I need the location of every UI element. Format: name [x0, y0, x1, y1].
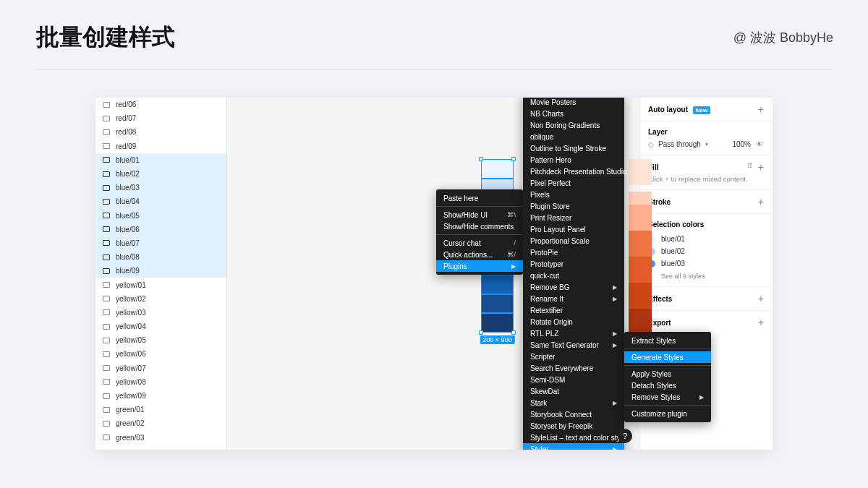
menu-item[interactable]: Apply Styles: [624, 368, 711, 380]
layer-item[interactable]: red/09: [95, 140, 226, 153]
add-autolayout-button[interactable]: +: [758, 104, 764, 114]
menu-item[interactable]: Plugin Store: [523, 200, 624, 212]
menu-item[interactable]: Storybook Connect: [523, 408, 624, 420]
menu-item[interactable]: Print Resizer: [523, 212, 624, 223]
menu-item[interactable]: Plugins▶: [436, 260, 523, 272]
layer-item[interactable]: blue/01: [95, 153, 226, 167]
layer-item[interactable]: blue/03: [95, 181, 226, 194]
layer-item[interactable]: blue/09: [95, 264, 226, 278]
layer-item[interactable]: blue/08: [95, 250, 226, 264]
menu-item[interactable]: Quick actions...⌘/: [436, 249, 523, 260]
menu-item[interactable]: Pixels: [523, 189, 624, 200]
menu-item[interactable]: Extract Styles: [624, 335, 711, 346]
layer-item[interactable]: yellow/02: [95, 292, 226, 306]
layer-item[interactable]: blue/02: [95, 167, 226, 181]
menu-item[interactable]: RTL PLZ▶: [523, 328, 624, 339]
context-menu[interactable]: Paste hereShow/Hide UI⌘\Show/Hide commen…: [436, 189, 523, 275]
menu-item[interactable]: Cursor chat/: [436, 237, 523, 249]
menu-item[interactable]: quick-cut: [523, 270, 624, 281]
canvas-swatch[interactable]: [629, 257, 652, 283]
selected-swatch[interactable]: [481, 159, 514, 179]
blend-mode[interactable]: Pass through: [658, 140, 701, 148]
menu-item[interactable]: Non Boring Gradients: [523, 119, 624, 131]
menu-item[interactable]: Pitchdeck Presentation Studio: [523, 166, 624, 177]
menu-item[interactable]: Pixel Perfect: [523, 177, 624, 189]
help-button[interactable]: ?: [618, 429, 632, 443]
menu-item[interactable]: Outline to Single Stroke: [523, 142, 624, 154]
menu-item[interactable]: Search Everywhere: [523, 362, 624, 374]
menu-item[interactable]: Remove BG▶: [523, 281, 624, 293]
selection-color[interactable]: blue/01: [648, 233, 764, 245]
see-all-styles[interactable]: See all 9 styles: [648, 270, 764, 280]
layer-item[interactable]: green/01: [95, 403, 226, 416]
menu-item[interactable]: ProtoPie: [523, 247, 624, 258]
chevron-down-icon[interactable]: ▾: [705, 141, 708, 147]
layer-item[interactable]: green/03: [95, 431, 226, 445]
menu-item[interactable]: Semi-DSM: [523, 374, 624, 385]
menu-item[interactable]: Proportional Scale: [523, 235, 624, 247]
selection-color[interactable]: blue/03: [648, 257, 764, 270]
layer-item[interactable]: yellow/03: [95, 306, 226, 320]
menu-item[interactable]: Show/Hide UI⌘\: [436, 209, 523, 221]
menu-item[interactable]: NB Charts: [523, 108, 624, 119]
menu-item[interactable]: Movie Posters: [523, 98, 624, 108]
menu-item[interactable]: Paste here: [436, 192, 523, 204]
menu-item[interactable]: StyleList – text and color styles: [523, 432, 624, 443]
layer-item[interactable]: green/02: [95, 416, 226, 430]
menu-item[interactable]: Rename It▶: [523, 293, 624, 304]
menu-item[interactable]: Generate Styles: [624, 351, 711, 363]
layer-item[interactable]: yellow/08: [95, 375, 226, 389]
menu-item[interactable]: Styler▶: [523, 443, 624, 450]
canvas-swatch[interactable]: [629, 283, 652, 309]
selected-swatch[interactable]: [481, 294, 514, 314]
layer-item[interactable]: yellow/07: [95, 361, 226, 375]
layer-item[interactable]: yellow/09: [95, 389, 226, 403]
menu-item[interactable]: Detach Styles: [624, 380, 711, 391]
layer-item[interactable]: blue/06: [95, 223, 226, 236]
layer-label: blue/02: [116, 170, 140, 178]
menu-item[interactable]: Same Text Generator▶: [523, 339, 624, 351]
layer-item[interactable]: red/06: [95, 98, 226, 111]
canvas-swatch[interactable]: [629, 309, 652, 335]
opacity-value[interactable]: 100%: [732, 140, 751, 148]
menu-item[interactable]: Stark▶: [523, 397, 624, 408]
styler-submenu[interactable]: Extract StylesGenerate StylesApply Style…: [624, 332, 711, 422]
menu-item[interactable]: Customize plugin: [624, 408, 711, 419]
layer-item[interactable]: red/07: [95, 111, 226, 125]
canvas[interactable]: 200 × 900 Paste hereShow/Hide UI⌘\Show/H…: [227, 98, 639, 450]
menu-item[interactable]: Pattern Hero: [523, 154, 624, 166]
canvas-swatch[interactable]: [629, 159, 652, 185]
canvas-swatch[interactable]: [629, 205, 652, 231]
menu-item[interactable]: oblique: [523, 131, 624, 142]
menu-item[interactable]: Scripter: [523, 351, 624, 362]
menu-item[interactable]: Pro Layout Panel: [523, 223, 624, 235]
layer-item[interactable]: yellow/05: [95, 333, 226, 347]
layer-item[interactable]: blue/07: [95, 236, 226, 250]
menu-item[interactable]: Prototyper: [523, 258, 624, 270]
layer-item[interactable]: yellow/06: [95, 347, 226, 361]
menu-item[interactable]: SkewDat: [523, 385, 624, 397]
add-fill-button[interactable]: +: [758, 162, 764, 172]
menu-item[interactable]: Show/Hide comments⇧C: [436, 221, 523, 232]
menu-item[interactable]: Rotate Origin: [523, 316, 624, 328]
canvas-swatch[interactable]: [629, 231, 652, 257]
layer-item[interactable]: red/08: [95, 125, 226, 139]
layer-item[interactable]: blue/05: [95, 209, 226, 223]
menu-item[interactable]: Storyset by Freepik: [523, 420, 624, 432]
plugins-submenu[interactable]: Movie PostersNB ChartsNon Boring Gradien…: [523, 98, 624, 450]
menu-item[interactable]: Retextifier: [523, 304, 624, 316]
layer-item[interactable]: yellow/04: [95, 320, 226, 333]
layer-item[interactable]: blue/04: [95, 194, 226, 208]
add-export-button[interactable]: +: [758, 317, 764, 328]
layer-label: yellow/02: [116, 295, 146, 303]
add-stroke-button[interactable]: +: [758, 197, 764, 207]
frame-icon: [103, 240, 110, 246]
add-effect-button[interactable]: +: [758, 294, 764, 304]
selected-swatch[interactable]: [481, 275, 514, 294]
menu-item[interactable]: Remove Styles▶: [624, 391, 711, 403]
visibility-icon[interactable]: 👁: [755, 140, 764, 148]
selected-swatch[interactable]: [481, 313, 514, 333]
styles-icon[interactable]: ⠿: [747, 162, 752, 172]
selection-color[interactable]: blue/02: [648, 245, 764, 257]
layer-item[interactable]: yellow/01: [95, 278, 226, 291]
